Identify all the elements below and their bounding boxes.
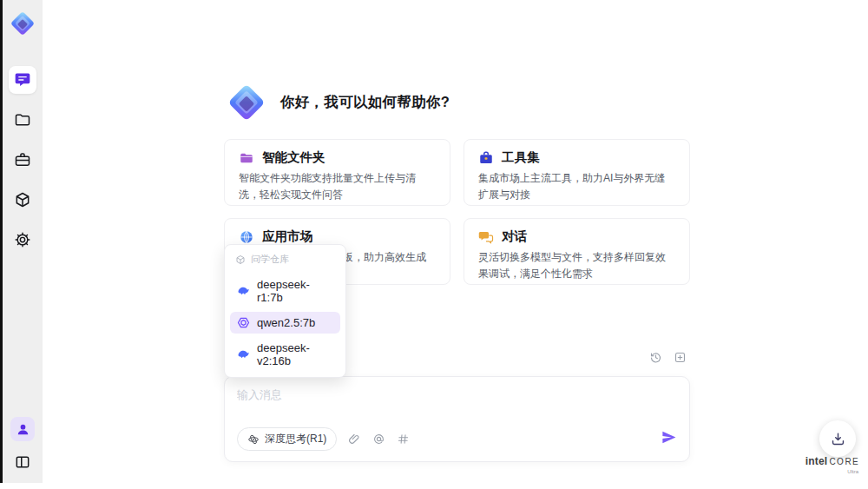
sidebar-item-user[interactable] — [10, 417, 35, 441]
core-wordmark: core — [829, 457, 859, 466]
intel-tier-label: Ultra — [805, 467, 860, 477]
history-icon — [649, 351, 662, 364]
greeting-title: 你好，我可以如何帮助你? — [280, 93, 450, 112]
send-icon — [661, 429, 677, 446]
model-dropdown-header-label: 问学仓库 — [251, 253, 289, 266]
hero-logo-icon — [224, 80, 269, 125]
gear-icon — [14, 231, 31, 248]
message-composer: 深度思考(R1) — [224, 376, 690, 462]
download-fab-button[interactable] — [819, 420, 856, 457]
model-option-label: deepseek-v2:16b — [257, 341, 333, 367]
composer-toolbar: 深度思考(R1) — [237, 427, 677, 451]
card-title: 智能文件夹 — [262, 149, 326, 166]
app-logo-icon — [8, 9, 37, 38]
deepseek-icon — [237, 348, 250, 361]
sidebar-item-models[interactable] — [9, 186, 36, 214]
sidebar-item-folders[interactable] — [9, 106, 36, 134]
model-option-deepseek-v2[interactable]: deepseek-v2:16b — [230, 337, 340, 372]
globe-icon — [239, 229, 254, 245]
model-option-qwen[interactable]: qwen2.5:7b — [230, 312, 340, 334]
dialog-icon — [478, 229, 494, 245]
card-title: 应用市场 — [262, 228, 312, 245]
intel-core-logo: intel core Ultra — [805, 457, 860, 477]
message-input[interactable] — [237, 387, 677, 417]
sidebar-item-chat[interactable] — [9, 66, 36, 94]
card-dialog[interactable]: 对话 灵活切换多模型与文件，支持多样回复效果调试，满足个性化需求 — [464, 218, 690, 285]
folder-icon — [239, 150, 254, 166]
sidebar-item-settings[interactable] — [9, 226, 36, 254]
mention-button[interactable] — [372, 433, 385, 446]
card-desc: 集成市场上主流工具，助力AI与外界无缝扩展与对接 — [478, 170, 675, 203]
folder-icon — [14, 111, 31, 129]
repository-cube-icon — [235, 254, 246, 265]
card-smart-folder[interactable]: 智能文件夹 智能文件夹功能支持批量文件上传与清洗，轻松实现文件问答 — [224, 139, 450, 206]
send-button[interactable] — [661, 429, 677, 449]
qwen-icon — [237, 316, 250, 329]
intel-wordmark: intel — [806, 457, 828, 466]
model-option-label: qwen2.5:7b — [257, 316, 315, 329]
card-desc: 智能文件夹功能支持批量文件上传与清洗，轻松实现文件问答 — [239, 170, 436, 203]
card-title: 工具集 — [502, 149, 540, 166]
conversation-actions — [649, 351, 687, 364]
sidebar-item-toolbox[interactable] — [9, 146, 36, 174]
sidebar — [3, 0, 43, 483]
card-title: 对话 — [502, 228, 527, 245]
deepseek-icon — [237, 285, 250, 298]
sidebar-item-panel-toggle[interactable] — [9, 448, 36, 476]
paperclip-icon — [348, 433, 361, 446]
briefcase-icon — [478, 150, 494, 166]
plus-square-icon — [674, 351, 687, 364]
model-dropdown: 问学仓库 deepseek-r1:7b qwen2.5:7b deepseek-… — [224, 244, 346, 378]
briefcase-icon — [14, 151, 31, 169]
deep-think-label: 深度思考(R1) — [265, 432, 326, 446]
card-desc: 灵活切换多模型与文件，支持多样回复效果调试，满足个性化需求 — [478, 249, 675, 282]
hero: 你好，我可以如何帮助你? — [224, 80, 450, 125]
model-option-deepseek-r1[interactable]: deepseek-r1:7b — [230, 274, 340, 308]
card-toolset[interactable]: 工具集 集成市场上主流工具，助力AI与外界无缝扩展与对接 — [464, 139, 690, 206]
cube-icon — [14, 191, 31, 208]
window-edge — [0, 0, 3, 483]
attach-file-button[interactable] — [348, 433, 361, 446]
prompt-library-button[interactable] — [397, 433, 410, 446]
hash-grid-icon — [397, 433, 410, 446]
panel-icon — [14, 453, 31, 471]
chat-bubble-icon — [14, 71, 31, 89]
deep-think-toggle[interactable]: 深度思考(R1) — [237, 427, 337, 451]
history-button[interactable] — [649, 351, 662, 364]
atom-icon — [247, 433, 260, 446]
model-dropdown-header: 问学仓库 — [230, 250, 340, 270]
new-chat-button[interactable] — [674, 351, 687, 364]
user-icon — [16, 422, 30, 437]
at-icon — [372, 433, 385, 446]
model-option-label: deepseek-r1:7b — [257, 278, 333, 304]
download-icon — [830, 431, 846, 447]
